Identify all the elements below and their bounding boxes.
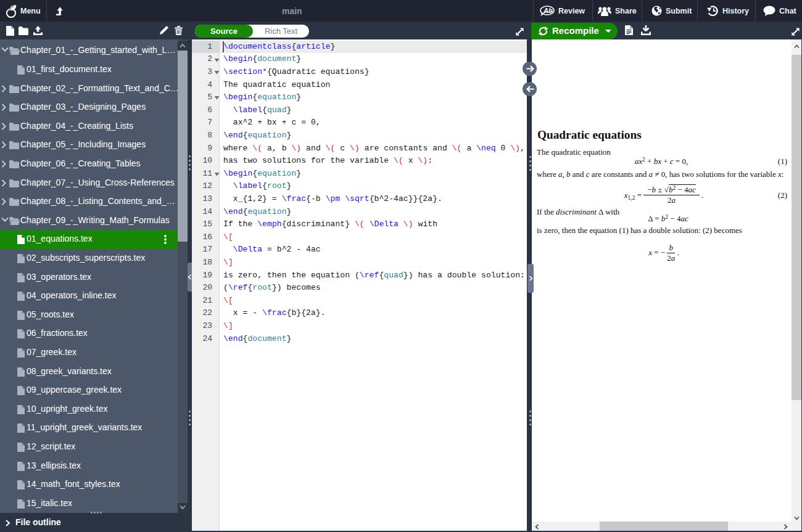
svg-text:Ab: Ab bbox=[543, 7, 553, 14]
